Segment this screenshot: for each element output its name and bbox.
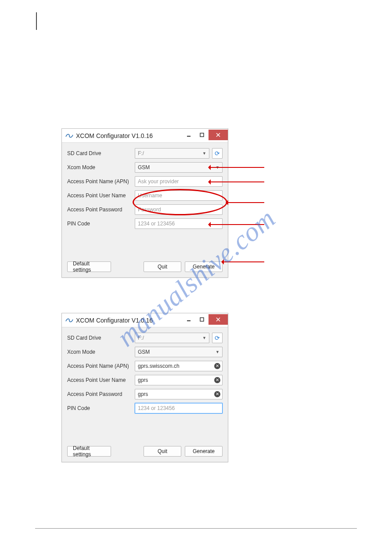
clear-icon[interactable]: ✕ <box>214 391 220 397</box>
label-ap-pass: Access Point Password <box>67 391 135 397</box>
label-sd-card: SD Card Drive <box>67 335 135 341</box>
form-area: SD Card Drive F:/ ▼ ⟳ Xcom Mode GSM ▼ Ac… <box>62 143 228 258</box>
ap-pass-placeholder: Password <box>138 207 161 213</box>
ap-user-placeholder: Username <box>138 192 162 199</box>
config-window-1: XCOM Configurator V1.0.16 SD Card Drive … <box>61 128 228 278</box>
label-pin: PIN Code <box>67 405 135 411</box>
chevron-down-icon: ▼ <box>202 151 206 156</box>
annotation-arrow <box>227 202 264 203</box>
spacer <box>67 232 223 254</box>
minimize-button[interactable] <box>182 130 195 140</box>
config-window-2: XCOM Configurator V1.0.16 SD Card Drive … <box>61 313 228 462</box>
apn-input-value: gprs.swisscom.ch <box>138 363 180 369</box>
window-buttons <box>182 316 228 325</box>
generate-button[interactable]: Generate <box>185 446 223 457</box>
apn-input-placeholder: Ask your provider <box>138 178 179 185</box>
quit-button[interactable]: Quit <box>144 261 181 272</box>
xcom-mode-select-value: GSM <box>138 349 150 355</box>
pin-input[interactable]: 1234 or 123456 <box>135 403 223 414</box>
document-page: manualshive.com XCOM Configurator V1.0.1… <box>0 0 392 555</box>
row-ap-user: Access Point User Name gprs ✕ <box>67 375 223 385</box>
form-area: SD Card Drive F:/ ▼ ⟳ Xcom Mode GSM ▼ Ac… <box>62 327 228 443</box>
sd-card-select-value: F:/ <box>138 335 144 341</box>
row-apn: Access Point Name (APN) Ask your provide… <box>67 176 223 187</box>
ap-user-value: gprs <box>138 377 148 383</box>
quit-button[interactable]: Quit <box>144 446 181 457</box>
svg-rect-5 <box>200 318 204 321</box>
sd-card-select-value: F:/ <box>138 150 144 156</box>
refresh-button[interactable]: ⟳ <box>212 333 223 343</box>
chevron-down-icon: ▼ <box>202 336 206 340</box>
refresh-icon: ⟳ <box>215 334 220 341</box>
annotation-arrow <box>223 261 264 262</box>
window-title: XCOM Configurator V1.0.16 <box>76 317 182 324</box>
annotation-arrow <box>210 224 264 225</box>
label-pin: PIN Code <box>67 221 135 227</box>
close-button[interactable] <box>209 130 228 140</box>
close-button[interactable] <box>209 314 228 325</box>
label-apn: Access Point Name (APN) <box>67 363 135 369</box>
xcom-mode-select-value: GSM <box>138 164 150 170</box>
row-ap-user: Access Point User Name Username <box>67 190 223 201</box>
clear-icon[interactable]: ✕ <box>214 363 220 369</box>
window-titlebar: XCOM Configurator V1.0.16 <box>62 313 228 327</box>
row-sd-card: SD Card Drive F:/ ▼ ⟳ <box>67 148 223 159</box>
row-pin: PIN Code 1234 or 123456 <box>67 218 223 229</box>
pin-placeholder: 1234 or 123456 <box>138 221 175 227</box>
maximize-button[interactable] <box>195 130 209 140</box>
refresh-icon: ⟳ <box>215 150 220 157</box>
row-ap-pass: Access Point Password Password <box>67 204 223 215</box>
label-apn: Access Point Name (APN) <box>67 178 135 185</box>
row-xcom-mode: Xcom Mode GSM ▼ <box>67 347 223 357</box>
sd-card-select[interactable]: F:/ ▼ <box>135 148 209 159</box>
button-row: Default settings Quit Generate <box>62 443 228 462</box>
app-icon <box>65 317 73 323</box>
refresh-button[interactable]: ⟳ <box>212 148 223 159</box>
window-titlebar: XCOM Configurator V1.0.16 <box>62 129 228 143</box>
button-row: Default settings Quit Generate <box>62 258 228 277</box>
label-ap-user: Access Point User Name <box>67 377 135 383</box>
default-settings-button[interactable]: Default settings <box>67 446 111 457</box>
app-icon <box>65 133 73 139</box>
generate-button[interactable]: Generate <box>185 261 223 272</box>
ap-pass-input[interactable]: Password <box>135 204 223 215</box>
decorative-vertical-line <box>36 12 37 30</box>
ap-pass-value: gprs <box>138 391 148 397</box>
label-ap-user: Access Point User Name <box>67 192 135 199</box>
label-sd-card: SD Card Drive <box>67 150 135 156</box>
ap-user-input[interactable]: gprs ✕ <box>135 375 223 385</box>
annotation-arrow <box>210 167 264 168</box>
xcom-mode-select[interactable]: GSM ▼ <box>135 347 223 357</box>
annotation-arrow <box>210 181 264 182</box>
maximize-button[interactable] <box>195 314 209 325</box>
row-ap-pass: Access Point Password gprs ✕ <box>67 389 223 399</box>
row-xcom-mode: Xcom Mode GSM ▼ <box>67 162 223 173</box>
ap-user-input[interactable]: Username <box>135 190 223 201</box>
label-xcom-mode: Xcom Mode <box>67 349 135 355</box>
window-title: XCOM Configurator V1.0.16 <box>76 132 182 139</box>
minimize-button[interactable] <box>182 314 195 325</box>
label-ap-pass: Access Point Password <box>67 207 135 213</box>
ap-pass-input[interactable]: gprs ✕ <box>135 389 223 399</box>
row-apn: Access Point Name (APN) gprs.swisscom.ch… <box>67 361 223 371</box>
row-pin: PIN Code 1234 or 123456 <box>67 403 223 414</box>
label-xcom-mode: Xcom Mode <box>67 164 135 170</box>
svg-rect-1 <box>200 133 204 137</box>
apn-input[interactable]: gprs.swisscom.ch ✕ <box>135 361 223 371</box>
chevron-down-icon: ▼ <box>216 350 219 354</box>
default-settings-button[interactable]: Default settings <box>67 261 111 272</box>
spacer <box>67 417 223 438</box>
row-sd-card: SD Card Drive F:/ ▼ ⟳ <box>67 333 223 343</box>
pin-placeholder: 1234 or 123456 <box>138 405 175 411</box>
sd-card-select[interactable]: F:/ ▼ <box>135 333 209 343</box>
clear-icon[interactable]: ✕ <box>214 377 220 383</box>
window-buttons <box>182 131 228 140</box>
footer-rule <box>35 528 357 529</box>
